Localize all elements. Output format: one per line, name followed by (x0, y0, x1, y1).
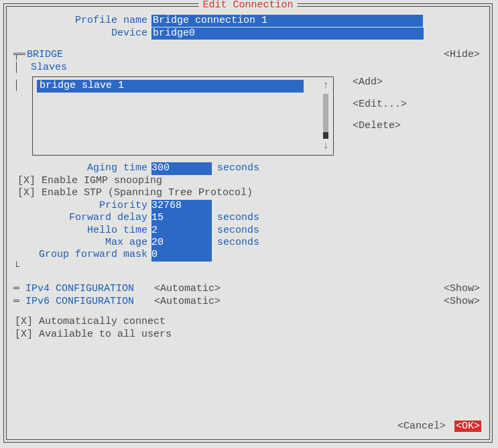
bridge-section-end: └ (13, 262, 483, 274)
fwd-label: Forward delay (13, 212, 151, 224)
profile-name-label: Profile name (13, 15, 151, 27)
gfm-label: Group forward mask (13, 249, 151, 261)
slave-item[interactable]: bridge slave 1 (37, 80, 304, 92)
priority-label: Priority (13, 200, 151, 212)
scrollbar-thumb[interactable] (323, 132, 328, 139)
dialog-frame: Edit Connection Profile name Bridge conn… (6, 6, 490, 440)
available-all-checkbox[interactable]: [X] Available to all users (15, 329, 483, 341)
device-value[interactable]: bridge0 (151, 27, 196, 40)
profile-name-value[interactable]: Bridge connection 1 (151, 15, 269, 27)
fwd-units: seconds (217, 212, 259, 224)
scrollbar-track[interactable] (323, 94, 328, 139)
igmp-checkbox[interactable]: [X] Enable IGMP snooping (17, 175, 483, 187)
bridge-section-handle: ╤═ (13, 49, 25, 61)
arrow-down-icon[interactable]: ↓ (322, 140, 328, 152)
bridge-section-pipe: │ (13, 62, 19, 74)
ok-button[interactable]: <OK> (454, 421, 481, 432)
hello-units: seconds (217, 225, 259, 237)
arrow-up-icon[interactable]: ↑ (322, 80, 328, 92)
ipv4-label: IPv4 CONFIGURATION (25, 283, 154, 295)
add-slave-button[interactable]: <Add> (353, 76, 407, 89)
stp-checkbox[interactable]: [X] Enable STP (Spanning Tree Protocol) (17, 187, 483, 199)
slaves-scrollbar[interactable]: ↑ ↓ (321, 80, 330, 152)
hello-label: Hello time (13, 225, 151, 237)
ipv6-handle: ═ (13, 296, 25, 308)
ipv4-handle: ═ (13, 283, 25, 295)
auto-connect-checkbox[interactable]: [X] Automatically connect (15, 316, 483, 328)
priority-input[interactable]: 32768 (151, 200, 212, 212)
ipv6-label: IPv6 CONFIGURATION (25, 296, 154, 308)
gfm-input[interactable]: 0 (151, 249, 212, 261)
slaves-listbox[interactable]: bridge slave 1 ↑ ↓ (32, 76, 334, 156)
maxage-input[interactable]: 20 (151, 237, 212, 249)
delete-slave-button[interactable]: <Delete> (353, 120, 407, 132)
slaves-label: Slaves (31, 62, 67, 74)
bridge-section-title: BRIDGE (27, 49, 63, 61)
bridge-hide-button[interactable]: <Hide> (444, 49, 480, 61)
dialog-title: Edit Connection (198, 0, 297, 11)
maxage-units: seconds (217, 237, 259, 249)
profile-name-input[interactable]: Bridge connection 1 (151, 15, 423, 27)
fwd-input[interactable]: 15 (151, 212, 212, 224)
outer-frame: Edit Connection Profile name Bridge conn… (3, 3, 493, 443)
bridge-section-pipe2: │ (13, 80, 19, 92)
device-label: Device (13, 27, 151, 40)
maxage-label: Max age (13, 237, 151, 249)
edit-slave-button[interactable]: <Edit...> (353, 99, 407, 111)
aging-label: Aging time (13, 162, 151, 174)
aging-input[interactable]: 300 (151, 162, 212, 174)
ipv4-dropdown[interactable]: <Automatic> (154, 283, 221, 295)
ipv4-show-button[interactable]: <Show> (444, 283, 480, 295)
cancel-button[interactable]: <Cancel> (397, 421, 446, 432)
ipv6-dropdown[interactable]: <Automatic> (154, 296, 221, 308)
ipv6-show-button[interactable]: <Show> (444, 296, 480, 308)
aging-units: seconds (217, 162, 259, 174)
device-input[interactable]: bridge0 (151, 27, 424, 40)
hello-input[interactable]: 2 (151, 225, 212, 237)
